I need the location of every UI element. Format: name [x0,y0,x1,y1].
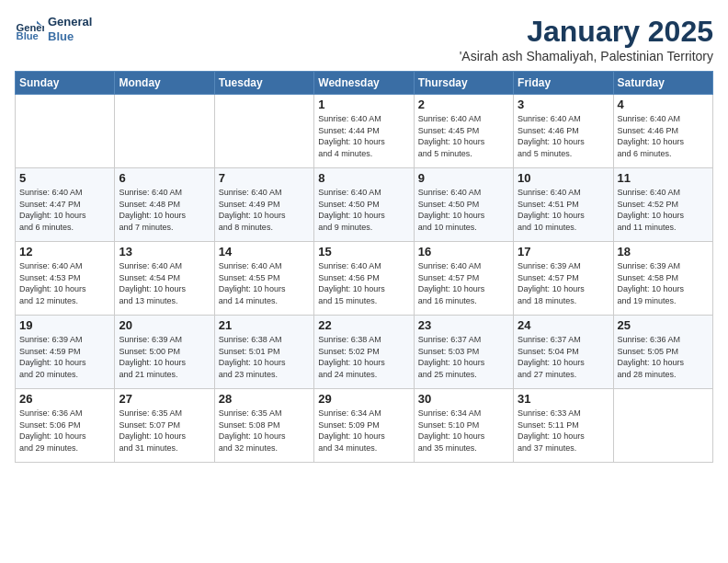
day-info: Sunrise: 6:40 AM Sunset: 4:53 PM Dayligh… [19,260,110,306]
day-number: 22 [318,318,409,332]
day-number: 10 [518,171,609,185]
table-row: 31Sunrise: 6:33 AM Sunset: 5:11 PM Dayli… [514,389,613,463]
logo-icon: General Blue [15,15,44,44]
weekday-header-thursday: Thursday [414,72,513,95]
table-row: 5Sunrise: 6:40 AM Sunset: 4:47 PM Daylig… [16,168,115,242]
day-number: 23 [418,318,509,332]
logo-text: General Blue [48,15,92,43]
day-info: Sunrise: 6:40 AM Sunset: 4:50 PM Dayligh… [318,187,409,233]
day-number: 13 [119,245,210,259]
day-number: 18 [618,245,709,259]
day-number: 24 [518,318,609,332]
day-number: 31 [518,392,609,406]
day-info: Sunrise: 6:40 AM Sunset: 4:57 PM Dayligh… [418,260,509,306]
calendar-week-5: 26Sunrise: 6:36 AM Sunset: 5:06 PM Dayli… [16,389,713,463]
day-number: 29 [318,392,409,406]
calendar-week-4: 19Sunrise: 6:39 AM Sunset: 4:59 PM Dayli… [16,316,713,389]
table-row: 9Sunrise: 6:40 AM Sunset: 4:50 PM Daylig… [414,168,513,242]
day-number: 19 [19,318,110,332]
weekday-header-friday: Friday [514,72,613,95]
day-info: Sunrise: 6:35 AM Sunset: 5:07 PM Dayligh… [119,408,210,454]
weekday-header-sunday: Sunday [16,72,115,95]
day-number: 7 [219,171,310,185]
day-info: Sunrise: 6:40 AM Sunset: 4:46 PM Dayligh… [618,113,709,159]
table-row: 10Sunrise: 6:40 AM Sunset: 4:51 PM Dayli… [514,168,613,242]
day-info: Sunrise: 6:34 AM Sunset: 5:09 PM Dayligh… [318,408,409,454]
table-row: 28Sunrise: 6:35 AM Sunset: 5:08 PM Dayli… [214,389,313,463]
day-info: Sunrise: 6:37 AM Sunset: 5:03 PM Dayligh… [418,334,509,380]
day-number: 20 [119,318,210,332]
table-row: 22Sunrise: 6:38 AM Sunset: 5:02 PM Dayli… [314,316,414,389]
day-info: Sunrise: 6:40 AM Sunset: 4:50 PM Dayligh… [418,187,509,233]
day-info: Sunrise: 6:34 AM Sunset: 5:10 PM Dayligh… [418,408,509,454]
weekday-header-saturday: Saturday [613,72,712,95]
table-row: 11Sunrise: 6:40 AM Sunset: 4:52 PM Dayli… [613,168,712,242]
day-info: Sunrise: 6:39 AM Sunset: 4:59 PM Dayligh… [19,334,110,380]
table-row [214,95,313,168]
day-number: 26 [19,392,110,406]
table-row: 13Sunrise: 6:40 AM Sunset: 4:54 PM Dayli… [115,242,214,316]
table-row: 17Sunrise: 6:39 AM Sunset: 4:57 PM Dayli… [514,242,613,316]
weekday-header-tuesday: Tuesday [214,72,313,95]
weekday-header-row: SundayMondayTuesdayWednesdayThursdayFrid… [16,72,713,95]
logo-line1: General [48,15,92,29]
table-row: 25Sunrise: 6:36 AM Sunset: 5:05 PM Dayli… [613,316,712,389]
day-number: 27 [119,392,210,406]
month-title: January 2025 [460,15,713,49]
day-number: 2 [418,98,509,111]
page-header: General Blue General Blue January 2025 '… [15,15,713,63]
svg-text:Blue: Blue [17,30,39,41]
table-row: 23Sunrise: 6:37 AM Sunset: 5:03 PM Dayli… [414,316,513,389]
day-info: Sunrise: 6:36 AM Sunset: 5:05 PM Dayligh… [618,334,709,380]
table-row: 27Sunrise: 6:35 AM Sunset: 5:07 PM Dayli… [115,389,214,463]
day-info: Sunrise: 6:40 AM Sunset: 4:48 PM Dayligh… [119,187,210,233]
table-row: 3Sunrise: 6:40 AM Sunset: 4:46 PM Daylig… [514,95,613,168]
day-info: Sunrise: 6:40 AM Sunset: 4:49 PM Dayligh… [219,187,310,233]
table-row: 29Sunrise: 6:34 AM Sunset: 5:09 PM Dayli… [314,389,414,463]
day-info: Sunrise: 6:40 AM Sunset: 4:45 PM Dayligh… [418,113,509,159]
day-number: 9 [418,171,509,185]
table-row: 16Sunrise: 6:40 AM Sunset: 4:57 PM Dayli… [414,242,513,316]
day-number: 5 [19,171,110,185]
day-number: 28 [219,392,310,406]
day-number: 21 [219,318,310,332]
day-info: Sunrise: 6:36 AM Sunset: 5:06 PM Dayligh… [19,408,110,454]
day-number: 3 [518,98,609,111]
day-number: 6 [119,171,210,185]
table-row: 18Sunrise: 6:39 AM Sunset: 4:58 PM Dayli… [613,242,712,316]
calendar-week-1: 1Sunrise: 6:40 AM Sunset: 4:44 PM Daylig… [16,95,713,168]
day-info: Sunrise: 6:35 AM Sunset: 5:08 PM Dayligh… [219,408,310,454]
day-number: 30 [418,392,509,406]
day-info: Sunrise: 6:38 AM Sunset: 5:01 PM Dayligh… [219,334,310,380]
weekday-header-monday: Monday [115,72,214,95]
day-info: Sunrise: 6:40 AM Sunset: 4:55 PM Dayligh… [219,260,310,306]
day-info: Sunrise: 6:38 AM Sunset: 5:02 PM Dayligh… [318,334,409,380]
table-row: 8Sunrise: 6:40 AM Sunset: 4:50 PM Daylig… [314,168,414,242]
day-number: 17 [518,245,609,259]
table-row: 7Sunrise: 6:40 AM Sunset: 4:49 PM Daylig… [214,168,313,242]
day-info: Sunrise: 6:37 AM Sunset: 5:04 PM Dayligh… [518,334,609,380]
day-number: 16 [418,245,509,259]
table-row [613,389,712,463]
day-number: 11 [618,171,709,185]
table-row: 15Sunrise: 6:40 AM Sunset: 4:56 PM Dayli… [314,242,414,316]
calendar-table: SundayMondayTuesdayWednesdayThursdayFrid… [15,71,713,463]
day-info: Sunrise: 6:39 AM Sunset: 4:58 PM Dayligh… [618,260,709,306]
table-row: 19Sunrise: 6:39 AM Sunset: 4:59 PM Dayli… [16,316,115,389]
day-number: 8 [318,171,409,185]
day-info: Sunrise: 6:40 AM Sunset: 4:51 PM Dayligh… [518,187,609,233]
table-row: 14Sunrise: 6:40 AM Sunset: 4:55 PM Dayli… [214,242,313,316]
day-info: Sunrise: 6:40 AM Sunset: 4:54 PM Dayligh… [119,260,210,306]
day-number: 12 [19,245,110,259]
table-row: 21Sunrise: 6:38 AM Sunset: 5:01 PM Dayli… [214,316,313,389]
table-row [16,95,115,168]
table-row: 24Sunrise: 6:37 AM Sunset: 5:04 PM Dayli… [514,316,613,389]
table-row [115,95,214,168]
day-info: Sunrise: 6:40 AM Sunset: 4:56 PM Dayligh… [318,260,409,306]
table-row: 2Sunrise: 6:40 AM Sunset: 4:45 PM Daylig… [414,95,513,168]
day-number: 15 [318,245,409,259]
day-number: 25 [618,318,709,332]
table-row: 4Sunrise: 6:40 AM Sunset: 4:46 PM Daylig… [613,95,712,168]
day-number: 14 [219,245,310,259]
table-row: 1Sunrise: 6:40 AM Sunset: 4:44 PM Daylig… [314,95,414,168]
